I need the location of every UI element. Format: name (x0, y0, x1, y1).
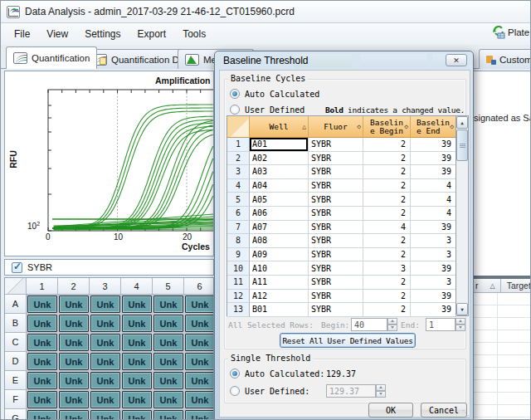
column-header-baselin[interactable]: Baseline End◇ (411, 116, 456, 138)
fluor-cell[interactable]: SYBR (309, 179, 363, 193)
fluor-cell[interactable]: SYBR (309, 138, 363, 152)
plate-well-cell-E[interactable]: Unk (153, 372, 183, 389)
end-spinner-input[interactable]: 1 (426, 318, 455, 331)
fluor-cell[interactable]: SYBR (309, 221, 363, 235)
plate-well-cell-G[interactable]: Unk (122, 410, 152, 420)
well-cell[interactable]: B01 (250, 303, 309, 317)
fluor-cell[interactable]: SYBR (309, 276, 363, 290)
baseline-end-cell[interactable]: 39 (411, 290, 456, 304)
begin-spinner-input[interactable]: 40 (351, 318, 387, 331)
row-number-cell[interactable]: 11 (227, 276, 250, 290)
plate-well-cell-G[interactable]: Unk (153, 410, 183, 420)
column-header-fluor[interactable]: Fluor◇ (309, 116, 363, 138)
baseline-begin-cell[interactable]: 2 (363, 152, 411, 166)
threshold-user-defined-radio[interactable] (230, 386, 240, 396)
plate-column-header[interactable]: 1 (27, 278, 58, 295)
dialog-title-bar[interactable]: Baseline Threshold ✕ (215, 51, 473, 70)
amplification-chart-panel[interactable]: Amplification RFU 102 0 10 20 Cycles (4, 71, 214, 256)
baseline-end-cell[interactable]: 39 (411, 165, 456, 179)
baseline-begin-cell[interactable]: 2 (363, 303, 411, 317)
plate-well-cell-E[interactable]: Unk (90, 372, 120, 389)
plate-well-cell-C[interactable]: Unk (27, 334, 57, 351)
scroll-up-button[interactable]: ▲ (456, 116, 468, 129)
fluor-cell[interactable]: SYBR (309, 193, 363, 207)
menu-tools[interactable]: Tools (174, 26, 214, 42)
fluor-cell[interactable]: SYBR (309, 261, 363, 276)
plate-well-cell-D[interactable]: Unk (90, 353, 120, 370)
row-number-cell[interactable]: 1 (227, 138, 250, 152)
well-cell[interactable]: A08 (250, 234, 309, 248)
baseline-end-cell[interactable]: 4 (411, 179, 456, 193)
end-spinner-buttons[interactable] (455, 318, 466, 331)
plate-well-cell-D[interactable]: Unk (27, 353, 57, 370)
plate-well-cell-G[interactable]: Unk (27, 410, 57, 420)
well-cell[interactable]: A07 (250, 221, 309, 235)
fluor-cell[interactable]: SYBR (309, 234, 363, 248)
plate-well-cell-A[interactable]: Unk (59, 295, 89, 313)
plate-well-cell-E[interactable]: Unk (59, 372, 89, 389)
baseline-begin-cell[interactable]: 2 (363, 179, 411, 193)
plate-row-header[interactable]: G (5, 409, 27, 420)
cancel-button[interactable]: Cancel (421, 403, 467, 418)
baseline-begin-cell[interactable]: 2 (363, 207, 411, 221)
plate-well-cell-D[interactable]: Unk (59, 353, 89, 370)
plate-well-cell-F[interactable]: Unk (27, 391, 57, 408)
baseline-begin-cell[interactable]: 2 (363, 276, 411, 290)
plate-row-header[interactable]: C (5, 333, 27, 352)
plate-well-cell-C[interactable]: Unk (90, 334, 120, 351)
plate-row-header[interactable]: F (5, 390, 27, 409)
user-defined-radio[interactable] (230, 105, 240, 115)
baseline-begin-cell[interactable]: 2 (363, 193, 411, 207)
baseline-begin-cell[interactable]: 2 (363, 248, 411, 262)
plate-well-cell-D[interactable]: Unk (185, 353, 214, 370)
plate-well-cell-B[interactable]: Unk (27, 315, 57, 332)
plate-well-cell-F[interactable]: Unk (153, 391, 183, 408)
baseline-begin-cell[interactable]: 2 (363, 290, 411, 304)
plate-column-header[interactable]: 6 (184, 278, 214, 295)
plate-well-cell-B[interactable]: Unk (59, 315, 89, 332)
row-number-cell[interactable]: 12 (227, 290, 250, 304)
fluor-cell[interactable]: SYBR (309, 248, 363, 262)
row-number-cell[interactable]: 9 (227, 248, 250, 262)
auto-calculated-radio[interactable] (230, 89, 240, 99)
plate-well-cell-B[interactable]: Unk (153, 315, 183, 332)
column-header-well[interactable]: Well△ (250, 116, 309, 138)
plate-row-header[interactable]: E (5, 371, 27, 390)
baseline-table-scrollbar[interactable]: ▲ ▼ (455, 116, 468, 315)
plate-row-header[interactable]: D (5, 352, 27, 371)
fluor-cell[interactable]: SYBR (309, 165, 363, 179)
fluor-cell[interactable]: SYBR (309, 152, 363, 166)
scroll-down-button[interactable]: ▼ (456, 303, 468, 315)
fluor-cell[interactable]: SYBR (309, 303, 363, 317)
plate-well-cell-C[interactable]: Unk (185, 334, 214, 351)
plate-row-header[interactable]: A (5, 295, 27, 314)
plate-well-cell-F[interactable]: Unk (59, 391, 89, 408)
sybr-checkbox[interactable] (12, 262, 22, 273)
plate-well-cell-C[interactable]: Unk (153, 334, 183, 351)
baseline-end-cell[interactable]: 39 (411, 221, 456, 235)
plate-well-cell-F[interactable]: Unk (90, 391, 120, 408)
plate-well-cell-G[interactable]: Unk (185, 410, 214, 420)
plate-well-cell-E[interactable]: Unk (122, 372, 152, 389)
row-number-cell[interactable]: 3 (227, 165, 250, 179)
plate-well-cell-A[interactable]: Unk (90, 295, 120, 313)
well-cell[interactable]: A11 (250, 276, 309, 290)
target-column-header[interactable]: Target (507, 281, 531, 291)
well-cell[interactable]: A09 (250, 248, 309, 262)
plate-well-cell-A[interactable]: Unk (122, 295, 152, 313)
row-number-cell[interactable]: 10 (227, 261, 250, 276)
fluor-cell[interactable]: SYBR (309, 290, 363, 304)
baseline-end-cell[interactable]: 3 (411, 234, 456, 248)
ok-button[interactable]: OK (368, 403, 413, 418)
menu-export[interactable]: Export (129, 26, 175, 42)
table-corner-cell[interactable] (227, 116, 250, 138)
well-cell[interactable]: A12 (250, 290, 309, 304)
reset-all-user-defined-values-button[interactable]: Reset All User Defined Values (280, 333, 416, 348)
plate-well-cell-F[interactable]: Unk (122, 391, 152, 408)
baseline-begin-cell[interactable]: 2 (363, 234, 411, 248)
baseline-begin-cell[interactable]: 3 (363, 261, 411, 276)
begin-spinner-buttons[interactable] (387, 318, 398, 331)
row-number-cell[interactable]: 8 (227, 234, 250, 248)
threshold-user-defined-input[interactable]: 129.37 (326, 384, 376, 398)
well-cell[interactable]: A03 (250, 165, 309, 179)
